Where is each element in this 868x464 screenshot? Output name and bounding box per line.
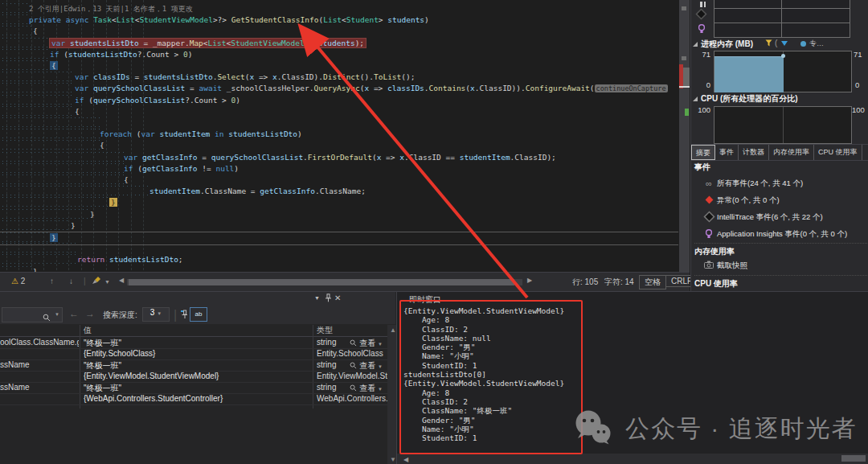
search-dropdown-icon[interactable]: ▼	[55, 312, 59, 317]
watch-type: Entity.ViewModel.St...	[317, 372, 387, 380]
code-line[interactable]: 2 个引用|Edwin，13 天前|1 名作者，1 项更改	[0, 3, 678, 14]
watch-row[interactable]: {Entity.ViewModel.StudentViewModel}Entit…	[0, 371, 387, 383]
memory-graph-header[interactable]: 进程内存 (MB)	[693, 39, 868, 50]
line-indicator[interactable]: 行: 105	[572, 277, 598, 288]
pin-properties-icon[interactable]	[180, 308, 187, 322]
code-line[interactable]: private async Task<List<StudentViewModel…	[0, 14, 678, 26]
immediate-line: Name: "小明"	[403, 351, 854, 360]
code-line[interactable]: }	[0, 197, 678, 208]
insights-lane-icon	[698, 24, 706, 35]
watch-row[interactable]: {WebApi.Controllers.StudentController}We…	[0, 393, 387, 405]
warnings-indicator[interactable]: ⚠ 2	[11, 277, 25, 285]
event-item[interactable]: ∞所有事件(24 个, 共 41 个)	[691, 175, 868, 192]
code-cleanup-icon[interactable]	[92, 276, 102, 287]
scroll-left-icon[interactable]: ◀	[403, 456, 408, 463]
take-snapshot-button[interactable]: 截取快照	[691, 257, 868, 274]
diag-tab-4[interactable]: 内存使用率	[769, 145, 814, 160]
view-value-link[interactable]: 查看 ▼	[350, 360, 383, 372]
watch-row[interactable]: {Entity.SchoolClass}Entity.SchoolClass	[0, 348, 387, 360]
back-arrow-icon[interactable]: ←	[69, 308, 79, 319]
code-line[interactable]: if (querySchoolClassList?.Count > 0)	[0, 95, 678, 106]
hscroll-thumb[interactable]	[129, 279, 514, 285]
watch-row[interactable]: ssName"终极一班"string 查看 ▼	[0, 359, 387, 372]
search-input[interactable]: ▼	[2, 307, 63, 322]
immediate-horizontal-scrollbar[interactable]: ◀	[397, 454, 868, 464]
code-line[interactable]	[0, 117, 678, 129]
code-line[interactable]: {	[0, 106, 678, 117]
next-issue-button[interactable]: ↓	[69, 277, 73, 285]
name-column-header[interactable]	[0, 325, 80, 337]
code-line[interactable]: var querySchoolClassList = await _school…	[0, 83, 678, 94]
chevron-down-icon[interactable]: ▼	[314, 295, 320, 301]
expander-icon	[693, 96, 698, 101]
event-item[interactable]: IntelliTrace 事件(6 个, 共 22 个)	[691, 209, 868, 226]
close-icon[interactable]: ✕	[334, 294, 341, 302]
code-line[interactable]: var classIDs = studentsListDto.Select(x …	[0, 72, 678, 83]
event-label: 异常(0 个, 共 0 个)	[717, 195, 780, 206]
watch-name: ssName	[0, 383, 79, 392]
memory-chart[interactable]	[714, 51, 852, 92]
code-line[interactable]: if (studentsListDto?.Count > 0)	[0, 49, 678, 60]
diag-tab-5[interactable]: CPU 使用率	[814, 145, 862, 160]
intellitrace-lane-icon	[698, 10, 706, 18]
code-line[interactable]: }	[0, 209, 678, 220]
filter-icon[interactable]	[765, 39, 773, 49]
code-cleanup-dropdown[interactable]: ▼	[104, 279, 110, 285]
code-line[interactable]: }	[0, 220, 678, 232]
code-line[interactable]: if (getClassInfo != null)	[0, 163, 678, 175]
code-line[interactable]	[0, 243, 678, 254]
scroll-down-icon[interactable]: ▼	[390, 456, 396, 463]
pause-icon	[700, 0, 706, 9]
hscroll-thumb[interactable]	[841, 455, 866, 462]
diag-tab-2[interactable]: 事件	[715, 145, 739, 160]
prev-issue-button[interactable]: ↑	[50, 277, 54, 285]
diag-tab-3[interactable]: 计数器	[739, 145, 769, 160]
value-column-header[interactable]: 值	[80, 325, 317, 337]
mem-ymax-right: 71	[854, 50, 862, 59]
cpu-graph-header[interactable]: CPU (所有处理器的百分比)	[693, 93, 868, 105]
events-section-title: 事件	[694, 162, 868, 173]
scroll-thumb[interactable]	[683, 68, 690, 87]
vs-debugger-window: 2 个引用|Edwin，13 天前|1 名作者，1 项更改private asy…	[0, 0, 868, 464]
search-depth-select[interactable]: 3 ▼	[142, 307, 170, 322]
code-line[interactable]: {	[0, 26, 678, 37]
divider: |	[174, 308, 177, 322]
snapshot-marker-icon[interactable]	[800, 41, 806, 47]
hscroll-left-arrow[interactable]: ◀	[119, 277, 124, 284]
memory-area-fill	[714, 56, 784, 92]
code-line[interactable]: {	[0, 175, 678, 186]
watch-row[interactable]: ssName"终极一班"string 查看 ▼	[0, 382, 387, 394]
code-line[interactable]: var studentsListDto = _mapper.Map<List<S…	[0, 38, 678, 49]
code-line[interactable]: var getClassInfo = querySchoolClassList.…	[0, 152, 678, 163]
immediate-window-title: 即时窗口	[409, 294, 441, 306]
column-indicator[interactable]: 字符: 14	[604, 277, 634, 288]
memory-usage-section-title: 内存使用率	[694, 243, 867, 257]
code-line[interactable]: {	[0, 60, 678, 72]
event-item[interactable]: Application Insights 事件(0 个, 共 0 个)	[691, 226, 868, 243]
code-line[interactable]: return studentsListDto;	[0, 254, 678, 265]
space-mode-toggle[interactable]: 空格	[639, 275, 666, 289]
view-value-link[interactable]: 查看 ▼	[350, 338, 383, 349]
diag-tab-1[interactable]: 摘要	[691, 145, 715, 160]
event-item[interactable]: 异常(0 个, 共 0 个)	[691, 192, 868, 209]
code-line[interactable]: {	[0, 140, 678, 151]
scroll-up-icon[interactable]: ▲	[390, 326, 396, 334]
watch-row[interactable]: oolClass.ClassName.get"终极一班"string 查看 ▼	[0, 337, 387, 349]
code-editor[interactable]: 2 个引用|Edwin，13 天前|1 名作者，1 项更改private asy…	[0, 0, 690, 272]
watch-type: Entity.SchoolClass	[317, 349, 387, 358]
editor-vertical-scrollbar[interactable]	[679, 0, 690, 272]
gc-marker-icon[interactable]	[781, 41, 788, 46]
code-line[interactable]: foreach (var studentItem in studentsList…	[0, 129, 678, 140]
watch-type: WebApi.Controllers....	[317, 394, 387, 403]
pin-icon[interactable]	[325, 294, 332, 304]
cpu-chart[interactable]	[714, 106, 852, 144]
view-value-link[interactable]: 查看 ▼	[350, 383, 383, 394]
watch-grid[interactable]: 值 类型 oolClass.ClassName.get"终极一班"string …	[0, 325, 387, 464]
forward-arrow-icon[interactable]: →	[85, 308, 95, 319]
hscroll-right-arrow[interactable]: ▶	[527, 277, 532, 284]
code-line[interactable]: studentItem.ClassName = getClassInfo.Cla…	[0, 186, 678, 197]
highlight-text-toggle[interactable]: ab	[190, 307, 207, 322]
search-icon	[43, 310, 51, 325]
type-column-header[interactable]: 类型	[313, 325, 387, 337]
code-line[interactable]: }	[0, 266, 678, 272]
